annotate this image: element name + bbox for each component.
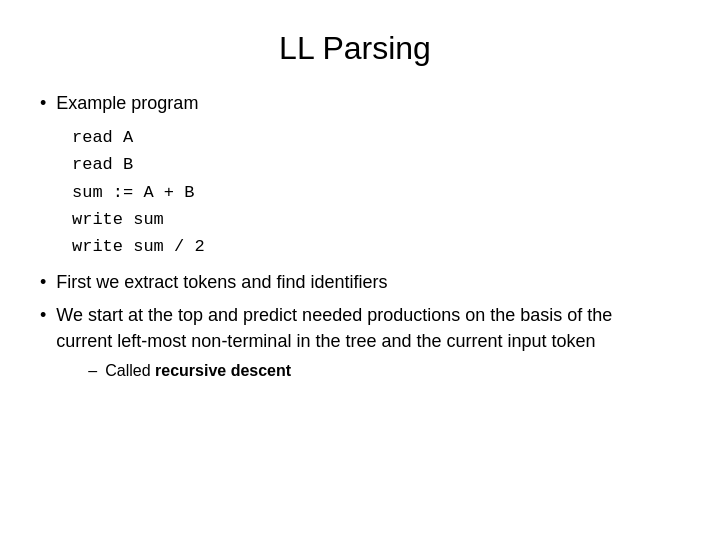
bullet-item-example: • Example program [40, 91, 670, 116]
page-title: LL Parsing [279, 30, 431, 67]
sub-bullet-recursive: – Called recursive descent [88, 362, 670, 380]
content-area: • Example program read A read B sum := A… [40, 91, 670, 388]
sub-bullet-bold: recursive descent [155, 362, 291, 379]
bullet-item-start: • We start at the top and predict needed… [40, 303, 670, 379]
bullet-item-tokens: • First we extract tokens and find ident… [40, 270, 670, 295]
bullet-icon-1: • [40, 93, 46, 114]
code-line-2: read B [72, 151, 670, 178]
code-block: read A read B sum := A + B write sum wri… [72, 124, 670, 260]
code-line-5: write sum / 2 [72, 233, 670, 260]
bullet-label-example: Example program [56, 91, 198, 116]
code-line-4: write sum [72, 206, 670, 233]
bullet-icon-3: • [40, 305, 46, 326]
code-line-3: sum := A + B [72, 179, 670, 206]
sub-bullet-text: Called recursive descent [105, 362, 291, 380]
bullet-icon-2: • [40, 272, 46, 293]
bullet-label-start: We start at the top and predict needed p… [56, 305, 612, 350]
sub-bullet-dash: – [88, 362, 97, 380]
code-line-1: read A [72, 124, 670, 151]
sub-bullet-plain: Called [105, 362, 155, 379]
bullet-label-tokens: First we extract tokens and find identif… [56, 270, 387, 295]
